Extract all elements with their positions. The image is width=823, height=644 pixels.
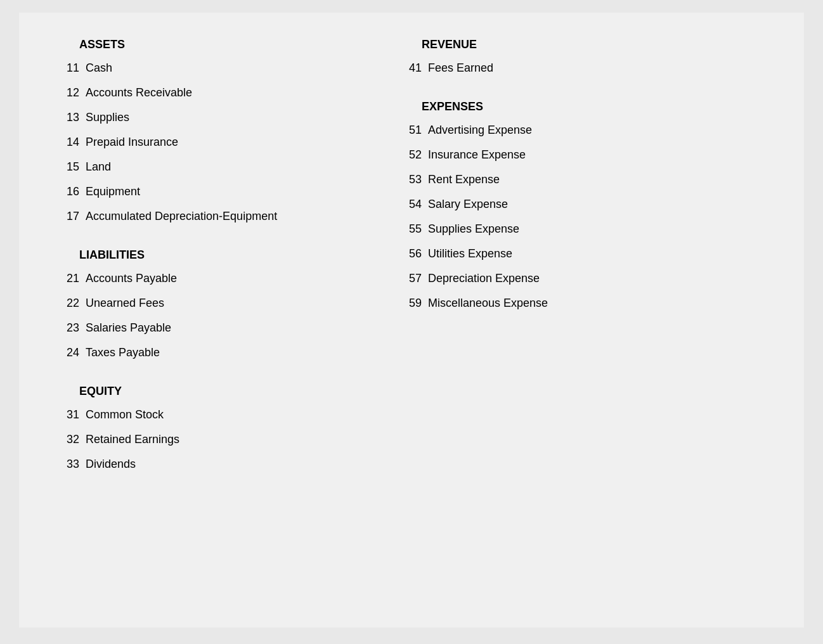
account-row: 22Unearned Fees — [44, 297, 336, 310]
account-row: 17Accumulated Depreciation-Equipment — [44, 210, 336, 223]
account-number: 59 — [393, 297, 422, 310]
account-name: Common Stock — [86, 408, 164, 422]
page-container: ASSETS 11Cash12Accounts Receivable13Supp… — [19, 13, 804, 628]
account-number: 15 — [51, 160, 79, 174]
account-name: Prepaid Insurance — [86, 136, 178, 149]
account-row: 51Advertising Expense — [387, 124, 779, 137]
assets-list: 11Cash12Accounts Receivable13Supplies14P… — [44, 61, 336, 223]
account-row: 23Salaries Payable — [44, 321, 336, 335]
account-row: 11Cash — [44, 61, 336, 75]
left-column: ASSETS 11Cash12Accounts Receivable13Supp… — [44, 32, 361, 482]
account-row: 59Miscellaneous Expense — [387, 297, 779, 310]
account-name: Supplies Expense — [428, 222, 519, 236]
account-row: 31Common Stock — [44, 408, 336, 422]
account-row: 52Insurance Expense — [387, 148, 779, 162]
account-number: 22 — [51, 297, 79, 310]
account-number: 13 — [51, 111, 79, 124]
account-number: 23 — [51, 321, 79, 335]
liabilities-list: 21Accounts Payable22Unearned Fees23Salar… — [44, 272, 336, 359]
equity-list: 31Common Stock32Retained Earnings33Divid… — [44, 408, 336, 471]
account-number: 17 — [51, 210, 79, 223]
account-row: 56Utilities Expense — [387, 247, 779, 261]
account-name: Cash — [86, 61, 112, 75]
account-number: 56 — [393, 247, 422, 261]
account-row: 14Prepaid Insurance — [44, 136, 336, 149]
equity-header: EQUITY — [44, 385, 336, 398]
account-name: Depreciation Expense — [428, 272, 540, 285]
account-number: 41 — [393, 61, 422, 75]
two-column-layout: ASSETS 11Cash12Accounts Receivable13Supp… — [44, 32, 779, 482]
account-number: 11 — [51, 61, 79, 75]
account-name: Fees Earned — [428, 61, 493, 75]
account-number: 32 — [51, 433, 79, 446]
account-number: 54 — [393, 198, 422, 211]
account-name: Advertising Expense — [428, 124, 532, 137]
account-number: 57 — [393, 272, 422, 285]
account-name: Accumulated Depreciation-Equipment — [86, 210, 277, 223]
account-number: 14 — [51, 136, 79, 149]
assets-header: ASSETS — [44, 38, 336, 51]
account-name: Insurance Expense — [428, 148, 526, 162]
account-name: Supplies — [86, 111, 129, 124]
revenue-list: 41Fees Earned — [387, 61, 779, 75]
account-name: Equipment — [86, 185, 140, 198]
account-row: 54Salary Expense — [387, 198, 779, 211]
account-row: 41Fees Earned — [387, 61, 779, 75]
account-name: Accounts Payable — [86, 272, 177, 285]
account-row: 15Land — [44, 160, 336, 174]
account-name: Unearned Fees — [86, 297, 164, 310]
account-number: 24 — [51, 346, 79, 359]
account-number: 12 — [51, 86, 79, 100]
account-number: 31 — [51, 408, 79, 422]
liabilities-header: LIABILITIES — [44, 248, 336, 262]
account-number: 21 — [51, 272, 79, 285]
account-row: 32Retained Earnings — [44, 433, 336, 446]
account-row: 33Dividends — [44, 458, 336, 471]
account-number: 16 — [51, 185, 79, 198]
expenses-header: EXPENSES — [387, 100, 779, 113]
expenses-list: 51Advertising Expense52Insurance Expense… — [387, 124, 779, 310]
account-row: 55Supplies Expense — [387, 222, 779, 236]
account-row: 13Supplies — [44, 111, 336, 124]
account-name: Land — [86, 160, 111, 174]
account-row: 24Taxes Payable — [44, 346, 336, 359]
account-name: Salary Expense — [428, 198, 508, 211]
account-row: 21Accounts Payable — [44, 272, 336, 285]
account-row: 12Accounts Receivable — [44, 86, 336, 100]
account-row: 16Equipment — [44, 185, 336, 198]
account-name: Taxes Payable — [86, 346, 160, 359]
account-row: 57Depreciation Expense — [387, 272, 779, 285]
account-name: Rent Expense — [428, 173, 500, 186]
account-number: 51 — [393, 124, 422, 137]
account-name: Retained Earnings — [86, 433, 179, 446]
account-number: 53 — [393, 173, 422, 186]
account-name: Dividends — [86, 458, 136, 471]
account-number: 33 — [51, 458, 79, 471]
right-column: REVENUE 41Fees Earned EXPENSES 51Adverti… — [361, 32, 779, 482]
account-name: Accounts Receivable — [86, 86, 192, 100]
account-name: Utilities Expense — [428, 247, 512, 261]
account-row: 53Rent Expense — [387, 173, 779, 186]
account-name: Salaries Payable — [86, 321, 171, 335]
account-number: 55 — [393, 222, 422, 236]
revenue-header: REVENUE — [387, 38, 779, 51]
account-name: Miscellaneous Expense — [428, 297, 548, 310]
account-number: 52 — [393, 148, 422, 162]
